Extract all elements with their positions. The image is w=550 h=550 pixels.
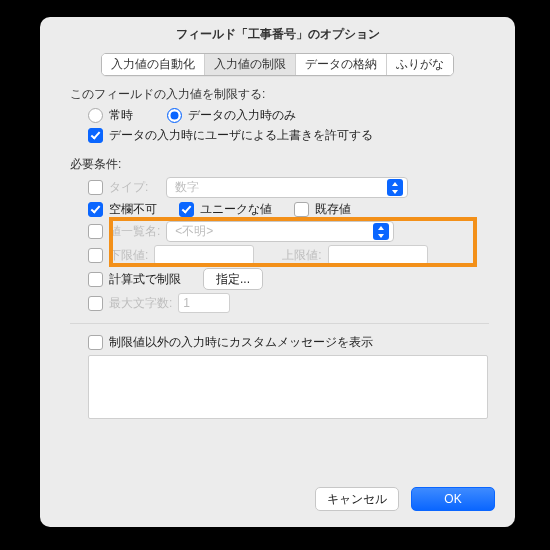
tab-segment: 入力値の自動化 入力値の制限 データの格納 ふりがな <box>101 53 454 76</box>
check-existing[interactable] <box>294 202 309 217</box>
dialog-content: このフィールドの入力値を制限する: 常時 データの入力時のみ データの入力時にユ… <box>40 86 515 419</box>
tab-auto-enter[interactable]: 入力値の自動化 <box>102 54 205 75</box>
ok-button[interactable]: OK <box>411 487 495 511</box>
tab-storage[interactable]: データの格納 <box>296 54 387 75</box>
maxlen-label: 最大文字数: <box>109 295 172 312</box>
value-list-label: 値一覧名: <box>109 223 160 240</box>
radio-always[interactable] <box>88 108 103 123</box>
check-unique-label: ユニークな値 <box>200 201 272 218</box>
check-value-list[interactable] <box>88 224 103 239</box>
check-allow-override-label: データの入力時にユーザによる上書きを許可する <box>109 127 373 144</box>
tab-furigana[interactable]: ふりがな <box>387 54 453 75</box>
dialog-title: フィールド「工事番号」のオプション <box>40 17 515 49</box>
custom-message-textarea[interactable] <box>88 355 488 419</box>
value-list-value: <不明> <box>175 223 213 240</box>
type-select[interactable]: 数字 <box>166 177 408 198</box>
lower-input[interactable] <box>154 245 254 265</box>
upper-input[interactable] <box>328 245 428 265</box>
upper-label: 上限値: <box>282 247 321 264</box>
radio-only-on-entry[interactable] <box>167 108 182 123</box>
tab-validation[interactable]: 入力値の制限 <box>205 54 296 75</box>
by-calc-label: 計算式で制限 <box>109 271 181 288</box>
radio-always-label: 常時 <box>109 107 133 124</box>
check-range[interactable] <box>88 248 103 263</box>
maxlen-input[interactable]: 1 <box>178 293 230 313</box>
maxlen-value: 1 <box>183 296 190 310</box>
specify-button[interactable]: 指定... <box>203 268 263 290</box>
check-unique[interactable] <box>179 202 194 217</box>
check-maxlen[interactable] <box>88 296 103 311</box>
value-list-select[interactable]: <不明> <box>166 221 394 242</box>
radio-only-on-entry-label: データの入力時のみ <box>188 107 296 124</box>
validate-heading: このフィールドの入力値を制限する: <box>70 86 489 103</box>
updown-icon <box>373 223 389 240</box>
check-strict-type[interactable] <box>88 180 103 195</box>
dialog-footer: キャンセル OK <box>315 487 495 511</box>
check-allow-override[interactable] <box>88 128 103 143</box>
check-by-calc[interactable] <box>88 272 103 287</box>
type-select-value: 数字 <box>175 179 199 196</box>
divider <box>70 323 489 324</box>
check-not-empty-label: 空欄不可 <box>109 201 157 218</box>
dialog-window: フィールド「工事番号」のオプション 入力値の自動化 入力値の制限 データの格納 … <box>40 17 515 527</box>
updown-icon <box>387 179 403 196</box>
check-existing-label: 既存値 <box>315 201 351 218</box>
tab-bar: 入力値の自動化 入力値の制限 データの格納 ふりがな <box>40 53 515 76</box>
requirements-heading: 必要条件: <box>70 156 489 173</box>
lower-label: 下限値: <box>109 247 148 264</box>
check-custom-message[interactable] <box>88 335 103 350</box>
check-not-empty[interactable] <box>88 202 103 217</box>
cancel-button[interactable]: キャンセル <box>315 487 399 511</box>
custom-message-label: 制限値以外の入力時にカスタムメッセージを表示 <box>109 334 373 351</box>
type-label: タイプ: <box>109 179 148 196</box>
